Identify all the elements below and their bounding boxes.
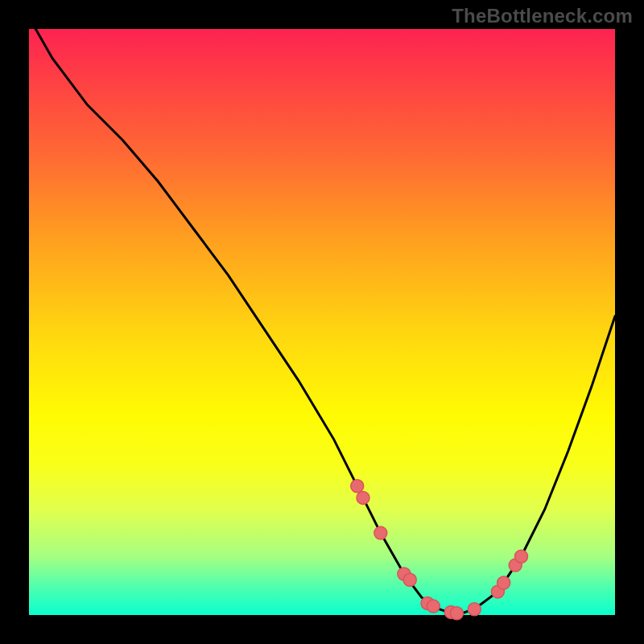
curve-marker: [357, 491, 369, 504]
curve-marker: [497, 576, 510, 589]
curve-marker: [468, 603, 481, 616]
chart-frame: TheBottleneck.com: [0, 0, 644, 644]
marker-group: [351, 480, 528, 620]
curve-svg: [29, 29, 615, 615]
curve-marker: [403, 573, 416, 586]
curve-marker: [427, 600, 440, 613]
curve-marker: [351, 480, 364, 493]
curve-marker: [374, 526, 387, 539]
curve-marker: [515, 550, 528, 563]
plot-area: [29, 29, 615, 615]
bottleneck-curve: [29, 17, 615, 615]
watermark-text: TheBottleneck.com: [452, 5, 633, 27]
curve-marker: [450, 607, 463, 620]
